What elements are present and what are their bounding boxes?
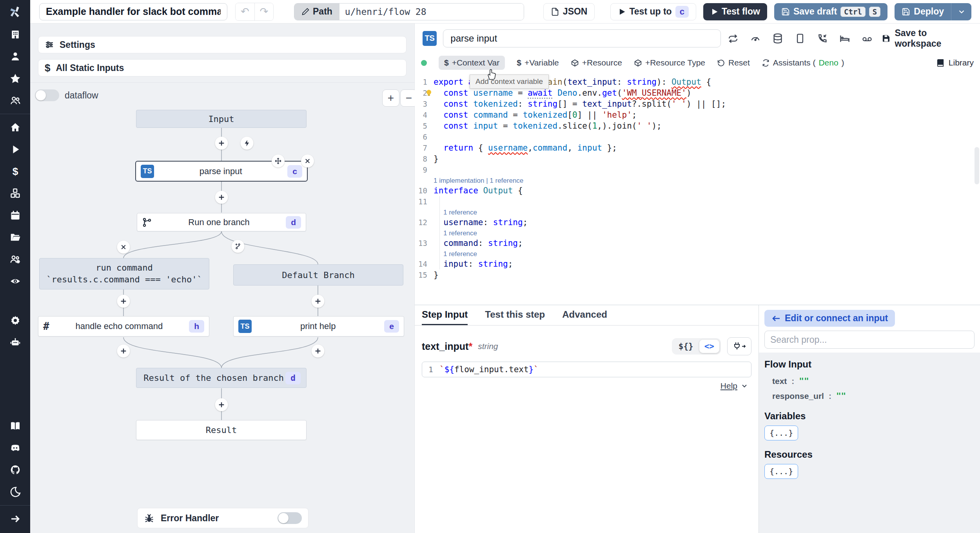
tab-test-this-step[interactable]: Test this step	[485, 305, 545, 325]
repeat-icon[interactable]	[727, 33, 739, 44]
bed-icon[interactable]	[839, 33, 851, 44]
flow-node-print-help[interactable]: TS print help e	[233, 316, 404, 337]
path-group: Path	[294, 3, 524, 20]
save-to-workspace-button[interactable]: Save to workspace	[882, 28, 972, 49]
play-icon	[710, 8, 718, 16]
variables-title: Variables	[764, 411, 975, 422]
flow-node-branch-condition[interactable]: run command `results.c.command === 'echo…	[39, 258, 209, 289]
codelens-row[interactable]: 1 implementation | 1 reference	[415, 175, 980, 185]
flow-node-input[interactable]: Input	[136, 110, 307, 128]
codelens-row[interactable]: 1 reference	[415, 249, 980, 258]
flow-title-input[interactable]	[39, 3, 227, 20]
book-icon[interactable]	[0, 415, 30, 437]
test-up-to-button[interactable]: Test up to c	[610, 3, 696, 20]
insert-step-button[interactable]	[215, 191, 228, 204]
library-button[interactable]: Library	[936, 58, 974, 67]
settings-icon[interactable]	[0, 309, 30, 331]
add-variable-button[interactable]: $ +Variable	[517, 58, 559, 67]
resources-object-chip[interactable]: {...}	[764, 464, 798, 479]
collapse-icon[interactable]	[0, 508, 30, 530]
connect-input-button[interactable]	[727, 337, 751, 355]
variables-icon[interactable]: $	[0, 160, 30, 182]
flow-node-branch-result[interactable]: Result of the chosen branch d	[136, 368, 307, 388]
assistants-button[interactable]: Assistants (Deno)	[762, 58, 844, 67]
redo-button[interactable]: ↷	[254, 3, 273, 20]
flow-node-default-branch[interactable]: Default Branch	[233, 264, 403, 286]
codelens-row[interactable]: 1 reference	[415, 228, 980, 238]
flow-node-result[interactable]: Result	[136, 420, 307, 440]
insert-step-button[interactable]	[215, 398, 228, 411]
groups-icon[interactable]	[0, 248, 30, 270]
folders-icon[interactable]	[0, 226, 30, 248]
lightbulb-icon[interactable]	[425, 89, 433, 97]
flow-node-parse-input[interactable]: TS parse input c	[135, 161, 308, 182]
runs-icon[interactable]	[0, 138, 30, 160]
resources-icon[interactable]	[0, 182, 30, 204]
edit-or-connect-button[interactable]: Edit or connect an input	[764, 310, 895, 327]
phone-icon[interactable]	[817, 33, 828, 44]
plus-icon	[120, 298, 127, 305]
undo-button[interactable]: ↶	[236, 3, 254, 20]
step-name-input[interactable]	[443, 29, 721, 47]
codelens-row[interactable]: 1 reference	[415, 207, 980, 217]
deploy-more-button[interactable]	[951, 3, 971, 20]
test-flow-button[interactable]: Test flow	[703, 3, 767, 20]
deploy-button[interactable]: Deploy	[895, 3, 951, 20]
ai-icon[interactable]	[0, 331, 30, 353]
tab-step-input[interactable]: Step Input	[422, 305, 468, 325]
chevron-down-icon[interactable]	[740, 382, 748, 390]
audit-icon[interactable]	[0, 270, 30, 292]
user-icon[interactable]	[0, 45, 30, 67]
error-handler-toggle[interactable]	[278, 512, 302, 524]
code-editor[interactable]: Add context variable 1export async funct…	[415, 73, 980, 305]
flow-node-handle-echo-command[interactable]: # handle echo command h	[38, 316, 209, 337]
insert-step-button[interactable]	[215, 137, 228, 150]
move-step-button[interactable]	[272, 155, 285, 167]
schedules-icon[interactable]	[0, 204, 30, 226]
tab-advanced[interactable]: Advanced	[562, 305, 607, 325]
sidebar-menu-group: $	[0, 116, 30, 353]
square-icon[interactable]	[794, 33, 806, 44]
variables-object-chip[interactable]: {...}	[764, 426, 798, 440]
gauge-icon[interactable]	[750, 33, 761, 44]
path-input[interactable]	[339, 4, 524, 20]
github-icon[interactable]	[0, 459, 30, 481]
remove-branch-button[interactable]	[117, 241, 130, 254]
add-resource-button[interactable]: +Resource	[571, 58, 622, 67]
line-number: 11	[415, 196, 434, 207]
path-label[interactable]: Path	[294, 4, 339, 20]
add-resource-type-button[interactable]: +Resource Type	[634, 58, 705, 67]
prop-colon: :	[829, 391, 831, 401]
help-link[interactable]: Help	[720, 381, 737, 391]
delete-step-button[interactable]	[301, 155, 314, 167]
save-icon	[902, 7, 910, 16]
code-mode-button[interactable]: <>	[699, 340, 719, 353]
home-icon[interactable]	[0, 116, 30, 138]
star-icon[interactable]	[0, 67, 30, 89]
search-prop-input[interactable]	[764, 331, 975, 349]
insert-step-button[interactable]	[312, 345, 325, 358]
windmill-logo-icon[interactable]	[0, 0, 30, 24]
flow-input-prop-response_url[interactable]: response_url : ""	[764, 389, 975, 404]
insert-step-button[interactable]	[117, 345, 130, 358]
connect-props: Flow Input text : ""response_url : "" Va…	[759, 353, 980, 533]
discord-icon[interactable]	[0, 437, 30, 459]
voicemail-icon[interactable]	[861, 33, 873, 44]
input-expression-editor[interactable]: 1 `${flow_input.text}`	[422, 362, 751, 377]
moon-icon[interactable]	[0, 481, 30, 503]
database-icon[interactable]	[772, 33, 784, 44]
reset-button[interactable]: Reset	[717, 58, 750, 67]
insert-step-button[interactable]	[312, 295, 325, 308]
flow-node-run-one-branch[interactable]: Run one branch d	[137, 213, 306, 231]
template-mode-button[interactable]: ${}	[673, 340, 699, 353]
line-number: 13	[415, 238, 434, 249]
json-button[interactable]: JSON	[543, 3, 595, 20]
users-icon[interactable]	[0, 89, 30, 111]
trigger-button[interactable]	[241, 137, 254, 150]
save-draft-button[interactable]: Save draft Ctrl S	[774, 3, 887, 20]
insert-step-button[interactable]	[117, 295, 130, 308]
code-line: 10interface Output {	[415, 185, 980, 196]
workspace-icon[interactable]	[0, 24, 30, 45]
add-branch-button[interactable]	[232, 240, 245, 253]
flow-input-prop-text[interactable]: text : ""	[764, 374, 975, 389]
